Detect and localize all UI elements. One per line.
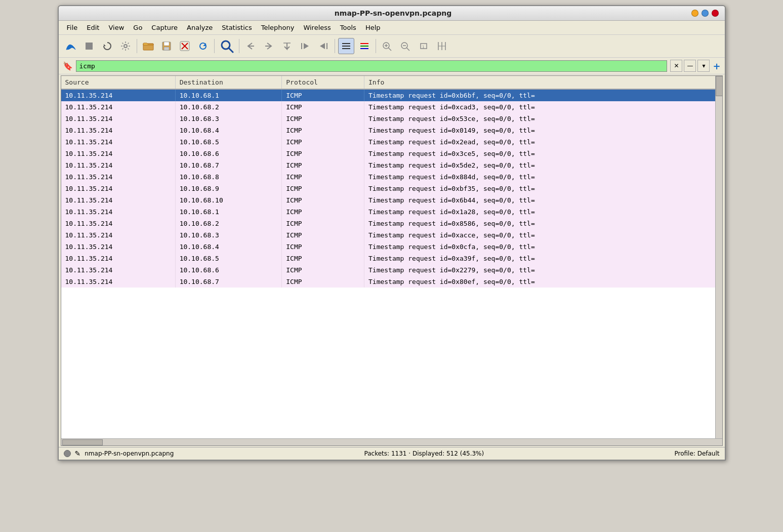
col-header-info: Info bbox=[364, 76, 722, 89]
filter-input[interactable] bbox=[76, 60, 668, 72]
window-title: nmap-PP-sn-openvpn.pcapng bbox=[95, 9, 691, 17]
table-row[interactable]: 10.11.35.21410.10.68.6ICMPTimestamp requ… bbox=[61, 148, 722, 159]
toolbar-search-button[interactable] bbox=[218, 37, 236, 55]
toolbar-close-button[interactable] bbox=[177, 38, 193, 54]
cell-source: 10.11.35.214 bbox=[61, 101, 176, 113]
cell-destination: 10.10.68.5 bbox=[175, 136, 282, 148]
capture-status-indicator bbox=[64, 450, 71, 457]
scrollbar-thumb[interactable] bbox=[716, 76, 722, 96]
menu-view[interactable]: View bbox=[104, 22, 128, 33]
horizontal-scrollbar[interactable] bbox=[61, 438, 722, 445]
table-row[interactable]: 10.11.35.21410.10.68.4ICMPTimestamp requ… bbox=[61, 241, 722, 253]
table-row[interactable]: 10.11.35.21410.10.68.2ICMPTimestamp requ… bbox=[61, 218, 722, 229]
cell-source: 10.11.35.214 bbox=[61, 113, 176, 125]
toolbar-shark-button[interactable] bbox=[63, 38, 79, 54]
table-row[interactable]: 10.11.35.21410.10.68.2ICMPTimestamp requ… bbox=[61, 101, 722, 113]
menu-tools[interactable]: Tools bbox=[336, 22, 360, 33]
table-row[interactable]: 10.11.35.21410.10.68.8ICMPTimestamp requ… bbox=[61, 171, 722, 183]
table-row[interactable]: 10.11.35.21410.10.68.9ICMPTimestamp requ… bbox=[61, 183, 722, 194]
table-row[interactable]: 10.11.35.21410.10.68.5ICMPTimestamp requ… bbox=[61, 253, 722, 264]
toolbar-open-button[interactable] bbox=[140, 38, 156, 54]
cell-source: 10.11.35.214 bbox=[61, 206, 176, 218]
filter-minus-button[interactable]: — bbox=[684, 60, 696, 72]
toolbar-separator-2 bbox=[214, 39, 215, 53]
cell-info: Timestamp request id=0x884d, seq=0/0, tt… bbox=[364, 171, 722, 183]
cell-protocol: ICMP bbox=[282, 229, 364, 241]
filter-dropdown-button[interactable]: ▾ bbox=[697, 60, 710, 72]
menu-capture[interactable]: Capture bbox=[147, 22, 182, 33]
maximize-button[interactable] bbox=[702, 10, 709, 17]
filter-clear-button[interactable]: ✕ bbox=[670, 60, 682, 72]
cell-destination: 10.10.68.2 bbox=[175, 218, 282, 229]
toolbar-colorize-button[interactable] bbox=[338, 38, 354, 54]
cell-info: Timestamp request id=0x8586, seq=0/0, tt… bbox=[364, 218, 722, 229]
cell-protocol: ICMP bbox=[282, 218, 364, 229]
cell-destination: 10.10.68.4 bbox=[175, 241, 282, 253]
toolbar-normalsize-button[interactable]: 1 bbox=[416, 38, 432, 54]
toolbar-reload-button[interactable] bbox=[195, 38, 211, 54]
toolbar-first-button[interactable] bbox=[297, 38, 313, 54]
cell-protocol: ICMP bbox=[282, 241, 364, 253]
cell-source: 10.11.35.214 bbox=[61, 264, 176, 276]
cell-protocol: ICMP bbox=[282, 113, 364, 125]
menu-analyze[interactable]: Analyze bbox=[183, 22, 217, 33]
table-row[interactable]: 10.11.35.21410.10.68.7ICMPTimestamp requ… bbox=[61, 276, 722, 288]
toolbar-last-button[interactable] bbox=[315, 38, 332, 54]
toolbar-prefs-button[interactable] bbox=[117, 38, 134, 54]
col-header-source: Source bbox=[61, 76, 176, 89]
cell-source: 10.11.35.214 bbox=[61, 276, 176, 288]
cell-source: 10.11.35.214 bbox=[61, 125, 176, 136]
horiz-thumb[interactable] bbox=[62, 439, 103, 445]
cell-source: 10.11.35.214 bbox=[61, 159, 176, 171]
vertical-scrollbar[interactable] bbox=[715, 76, 722, 438]
toolbar-back-button[interactable] bbox=[242, 38, 259, 54]
toolbar-colorrules-button[interactable] bbox=[356, 38, 373, 54]
toolbar: 1 bbox=[59, 35, 725, 58]
menu-go[interactable]: Go bbox=[129, 22, 146, 33]
cell-destination: 10.10.68.6 bbox=[175, 264, 282, 276]
cell-source: 10.11.35.214 bbox=[61, 183, 176, 194]
packet-tbody: 10.11.35.21410.10.68.1ICMPTimestamp requ… bbox=[61, 89, 722, 288]
window-controls bbox=[691, 10, 719, 17]
table-row[interactable]: 10.11.35.21410.10.68.10ICMPTimestamp req… bbox=[61, 194, 722, 206]
menu-wireless[interactable]: Wireless bbox=[299, 22, 335, 33]
cell-destination: 10.10.68.10 bbox=[175, 194, 282, 206]
toolbar-save-button[interactable] bbox=[158, 38, 175, 54]
menu-telephony[interactable]: Telephony bbox=[257, 22, 299, 33]
close-button[interactable] bbox=[712, 10, 719, 17]
toolbar-restart-button[interactable] bbox=[99, 38, 115, 54]
cell-protocol: ICMP bbox=[282, 89, 364, 101]
cell-destination: 10.10.68.6 bbox=[175, 148, 282, 159]
filter-add-button[interactable]: + bbox=[713, 61, 720, 71]
table-row[interactable]: 10.11.35.21410.10.68.7ICMPTimestamp requ… bbox=[61, 159, 722, 171]
menu-statistics[interactable]: Statistics bbox=[218, 22, 256, 33]
table-row[interactable]: 10.11.35.21410.10.68.5ICMPTimestamp requ… bbox=[61, 136, 722, 148]
toolbar-stop-button[interactable] bbox=[81, 38, 97, 54]
cell-destination: 10.10.68.2 bbox=[175, 101, 282, 113]
status-edit-icon[interactable]: ✎ bbox=[75, 449, 81, 458]
toolbar-jump-button[interactable] bbox=[279, 38, 295, 54]
packet-table: Source Destination Protocol Info 10.11.3… bbox=[61, 76, 722, 288]
cell-info: Timestamp request id=0x3ce5, seq=0/0, tt… bbox=[364, 148, 722, 159]
toolbar-resizecols-button[interactable] bbox=[434, 38, 450, 54]
minimize-button[interactable] bbox=[691, 10, 698, 17]
cell-source: 10.11.35.214 bbox=[61, 89, 176, 101]
table-row[interactable]: 10.11.35.21410.10.68.3ICMPTimestamp requ… bbox=[61, 113, 722, 125]
cell-destination: 10.10.68.1 bbox=[175, 89, 282, 101]
menu-edit[interactable]: Edit bbox=[83, 22, 103, 33]
cell-destination: 10.10.68.4 bbox=[175, 125, 282, 136]
menu-help[interactable]: Help bbox=[361, 22, 385, 33]
toolbar-zoomin-button[interactable] bbox=[379, 38, 395, 54]
toolbar-forward-button[interactable] bbox=[261, 38, 277, 54]
col-header-protocol: Protocol bbox=[282, 76, 364, 89]
table-row[interactable]: 10.11.35.21410.10.68.1ICMPTimestamp requ… bbox=[61, 206, 722, 218]
table-row[interactable]: 10.11.35.21410.10.68.4ICMPTimestamp requ… bbox=[61, 125, 722, 136]
toolbar-zoomout-button[interactable] bbox=[397, 38, 414, 54]
table-row[interactable]: 10.11.35.21410.10.68.6ICMPTimestamp requ… bbox=[61, 264, 722, 276]
table-row[interactable]: 10.11.35.21410.10.68.3ICMPTimestamp requ… bbox=[61, 229, 722, 241]
cell-protocol: ICMP bbox=[282, 276, 364, 288]
cell-info: Timestamp request id=0x0149, seq=0/0, tt… bbox=[364, 125, 722, 136]
table-row[interactable]: 10.11.35.21410.10.68.1ICMPTimestamp requ… bbox=[61, 89, 722, 101]
toolbar-separator-5 bbox=[376, 39, 376, 53]
menu-file[interactable]: File bbox=[63, 22, 82, 33]
